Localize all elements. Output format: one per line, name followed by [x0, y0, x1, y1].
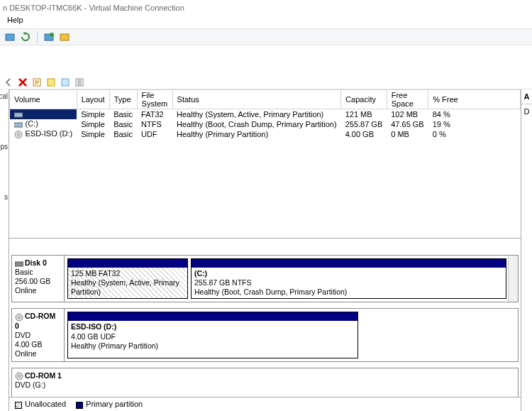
window-title: n DESKTOP-ITMC66K - Virtual Machine Conn…: [0, 0, 532, 16]
toolbar-icon-4[interactable]: [59, 31, 70, 43]
col-fs[interactable]: File System: [137, 90, 172, 109]
vm-toolbar: [0, 28, 532, 45]
legend-unallocated: Unallocated: [15, 400, 66, 408]
col-free[interactable]: Free Space: [387, 90, 428, 109]
svg-point-11: [17, 133, 19, 136]
toolbar-icon-2[interactable]: [20, 31, 31, 43]
disk-0-part-1[interactable]: (C:) 255.87 GB NTFS Healthy (Boot, Crash…: [191, 258, 506, 299]
legend-primary: Primary partition: [76, 400, 143, 408]
col-status[interactable]: Status: [172, 90, 341, 109]
stripe: [68, 312, 358, 321]
volume-table: Volume Layout Type File System Status Ca…: [9, 89, 521, 139]
cdrom-1-body: [65, 368, 518, 397]
cdrom-1[interactable]: CD-ROM 1 DVD (G:) No Media: [11, 368, 519, 397]
scrollbar[interactable]: [508, 256, 518, 302]
mmc-toolbar: [0, 75, 532, 89]
svg-rect-8: [14, 113, 23, 117]
svg-rect-3: [60, 34, 69, 40]
swatch-unallocated: [15, 402, 22, 409]
table-row[interactable]: SimpleBasicFAT32Healthy (System, Active,…: [10, 109, 521, 119]
svg-rect-0: [6, 34, 14, 40]
volume-icon: [14, 131, 24, 138]
svg-rect-12: [15, 262, 23, 266]
ribbon-gap: [0, 45, 532, 75]
properties-icon[interactable]: [31, 77, 43, 88]
title-text: n DESKTOP-ITMC66K - Virtual Machine Conn…: [3, 4, 184, 12]
right-label-2: D: [521, 107, 532, 116]
menu-help[interactable]: Help: [3, 14, 28, 26]
volume-icon: [14, 121, 24, 128]
svg-point-16: [18, 376, 21, 378]
toolbar-sep-1: [37, 31, 38, 43]
back-icon[interactable]: [3, 77, 14, 88]
menu-bar: Help: [0, 16, 532, 28]
volume-icon: [14, 111, 24, 119]
legend: Unallocated Primary partition: [9, 397, 521, 411]
disk-icon: [15, 259, 23, 268]
col-volume[interactable]: Volume: [10, 90, 77, 109]
cdrom-0[interactable]: CD-ROM 0 DVD 4.00 GB Online ESD-ISO (D:)…: [11, 308, 519, 362]
volume-list[interactable]: Volume Layout Type File System Status Ca…: [9, 89, 521, 239]
left-gutter: cal ps s: [0, 89, 9, 411]
dvd-icon: [15, 372, 23, 380]
cdrom-0-body: ESD-ISO (D:) 4.00 GB UDF Healthy (Primar…: [65, 309, 518, 361]
disk-0-part-0[interactable]: 125 MB FAT32 Healthy (System, Active, Pr…: [67, 258, 188, 299]
gutter-label-1: cal: [0, 92, 8, 100]
table-row[interactable]: ESD-ISO (D:)SimpleBasicUDFHealthy (Prima…: [10, 129, 521, 139]
list-icon[interactable]: [74, 77, 85, 88]
table-row[interactable]: (C:)SimpleBasicNTFSHealthy (Boot, Crash …: [10, 119, 521, 129]
swatch-primary: [76, 402, 83, 409]
svg-point-14: [18, 316, 21, 318]
toolbar-icon-3[interactable]: [43, 31, 55, 43]
gutter-label-3: s: [4, 193, 8, 201]
delete-icon[interactable]: [17, 77, 28, 88]
svg-rect-9: [14, 123, 23, 127]
stripe: [192, 259, 506, 268]
cdrom-0-header[interactable]: CD-ROM 0 DVD 4.00 GB Online: [12, 309, 65, 361]
right-label-1: A: [521, 92, 532, 101]
vm-window: n DESKTOP-ITMC66K - Virtual Machine Conn…: [0, 0, 532, 411]
cdrom-0-part-0[interactable]: ESD-ISO (D:) 4.00 GB UDF Healthy (Primar…: [67, 312, 358, 358]
col-layout[interactable]: Layout: [77, 90, 109, 109]
new-icon[interactable]: [45, 77, 57, 88]
toolbar-icon-1[interactable]: [4, 31, 16, 43]
disk-0-header[interactable]: Disk 0 Basic 256.00 GB Online: [12, 256, 65, 302]
svg-rect-5: [48, 79, 55, 86]
svg-point-2: [50, 33, 54, 37]
disk-mgmt: Volume Layout Type File System Status Ca…: [9, 89, 521, 411]
disk-0[interactable]: Disk 0 Basic 256.00 GB Online 125 MB FAT…: [11, 255, 519, 302]
disk-0-body: 125 MB FAT32 Healthy (System, Active, Pr…: [65, 256, 518, 302]
col-type[interactable]: Type: [109, 90, 137, 109]
dvd-icon: [15, 313, 23, 322]
gutter-label-2: ps: [0, 143, 8, 150]
cdrom-1-header[interactable]: CD-ROM 1 DVD (G:) No Media: [12, 368, 65, 397]
svg-rect-6: [62, 79, 69, 86]
disk-graph[interactable]: Disk 0 Basic 256.00 GB Online 125 MB FAT…: [9, 239, 521, 397]
header-row[interactable]: Volume Layout Type File System Status Ca…: [10, 90, 521, 109]
main-area: cal ps s Volume Layout Type File System …: [0, 89, 532, 411]
right-gutter: A D: [521, 89, 532, 411]
stripe: [68, 259, 187, 268]
help-icon[interactable]: [60, 77, 71, 88]
col-capacity[interactable]: Capacity: [341, 90, 387, 109]
col-pfree[interactable]: % Free: [428, 90, 521, 109]
